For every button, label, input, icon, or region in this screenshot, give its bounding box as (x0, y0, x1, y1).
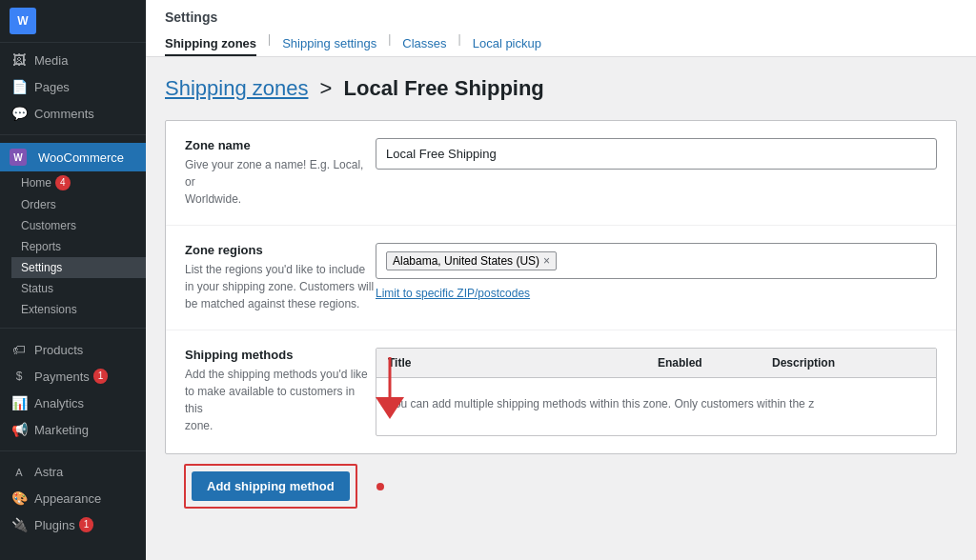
extensions-label: Extensions (21, 303, 77, 316)
plugins-icon: 🔌 (10, 517, 29, 532)
sidebar-item-products[interactable]: 🏷 Products (0, 336, 146, 363)
shipping-methods-desc: Add the shipping methods you'd like to m… (185, 366, 376, 434)
shipping-methods-row: Shipping methods Add the shipping method… (166, 330, 956, 453)
region-tag-label: Alabama, United States (US) (393, 254, 539, 268)
sidebar: W 🖼 Media 📄 Pages 💬 Comments W WooCommer… (0, 0, 146, 560)
zone-name-label-col: Zone name Give your zone a name! E.g. Lo… (185, 138, 376, 208)
home-label: Home (21, 176, 51, 190)
breadcrumb: Shipping zones > Local Free Shipping (165, 76, 957, 101)
appearance-label: Appearance (34, 491, 101, 506)
sidebar-item-label: Pages (34, 80, 70, 94)
zone-regions-row: Zone regions List the regions you'd like… (166, 226, 956, 330)
plugins-label: Plugins (34, 518, 75, 532)
sidebar-item-analytics[interactable]: 📊 Analytics (0, 390, 146, 416)
sidebar-item-plugins[interactable]: 🔌 Plugins 1 (0, 511, 146, 538)
sidebar-item-status[interactable]: Status (11, 278, 146, 299)
woo-icon: W (10, 149, 27, 166)
methods-table: Title Enabled Description You can add mu… (376, 348, 937, 436)
sidebar-section-appearance: A Astra 🎨 Appearance 🔌 Plugins 1 (0, 455, 146, 542)
comments-icon: 💬 (10, 106, 29, 121)
zone-name-input[interactable] (376, 138, 937, 170)
region-tag: Alabama, United States (US) × (386, 251, 557, 270)
arrow-annotation (366, 357, 414, 427)
sidebar-item-extensions[interactable]: Extensions (11, 299, 146, 320)
sidebar-sub-woo: Home 4 Orders Customers Reports Settings… (0, 171, 146, 320)
content-area: Shipping zones > Local Free Shipping Zon… (146, 57, 976, 560)
sidebar-item-pages[interactable]: 📄 Pages (0, 73, 146, 100)
tab-local-pickup[interactable]: Local pickup (473, 32, 541, 56)
sidebar-item-label: WooCommerce (38, 150, 124, 165)
orders-label: Orders (21, 198, 56, 211)
marketing-label: Marketing (34, 423, 89, 437)
add-method-area: Add shipping method (165, 454, 957, 528)
wp-logo: W (10, 8, 36, 34)
pages-icon: 📄 (10, 79, 29, 94)
svg-marker-1 (376, 397, 404, 419)
reports-label: Reports (21, 240, 61, 253)
settings-page-title: Settings (165, 10, 957, 25)
media-icon: 🖼 (10, 52, 29, 68)
sidebar-item-home[interactable]: Home 4 (11, 171, 146, 194)
payments-icon: $ (10, 370, 29, 383)
sidebar-item-orders[interactable]: Orders (11, 194, 146, 215)
sidebar-item-comments[interactable]: 💬 Comments (0, 100, 146, 127)
settings-label: Settings (21, 261, 62, 274)
appearance-icon: 🎨 (10, 490, 29, 506)
methods-table-header: Title Enabled Description (376, 349, 936, 378)
shipping-methods-label-col: Shipping methods Add the shipping method… (185, 348, 376, 434)
col-enabled: Enabled (658, 356, 772, 370)
tab-classes[interactable]: Classes (402, 32, 446, 56)
analytics-label: Analytics (34, 396, 84, 410)
settings-tabs: Shipping zones | Shipping settings | Cla… (165, 32, 957, 56)
col-title: Title (388, 356, 658, 370)
sidebar-item-astra[interactable]: A Astra (0, 459, 146, 485)
astra-icon: A (10, 467, 29, 478)
add-method-btn-wrapper: Add shipping method (184, 464, 357, 509)
payments-badge: 1 (93, 369, 109, 384)
sidebar-item-marketing[interactable]: 📢 Marketing (0, 416, 146, 443)
sidebar-section-products: 🏷 Products $ Payments 1 📊 Analytics 📢 Ma… (0, 332, 146, 447)
customers-label: Customers (21, 219, 76, 232)
sidebar-item-payments[interactable]: $ Payments 1 (0, 363, 146, 390)
sidebar-section-woo: W WooCommerce Home 4 Orders Customers Re… (0, 139, 146, 324)
zone-name-label: Zone name (185, 138, 376, 152)
zone-regions-control: Alabama, United States (US) × Limit to s… (376, 243, 937, 300)
zone-name-desc: Give your zone a name! E.g. Local, or Wo… (185, 156, 376, 208)
col-description: Description (772, 356, 925, 370)
zip-link[interactable]: Limit to specific ZIP/postcodes (376, 287, 937, 300)
analytics-icon: 📊 (10, 395, 29, 410)
methods-table-container: Title Enabled Description You can add mu… (376, 348, 937, 436)
sidebar-item-reports[interactable]: Reports (11, 236, 146, 257)
red-dot-decoration (376, 483, 384, 490)
tab-shipping-zones[interactable]: Shipping zones (165, 32, 256, 56)
zone-regions-box[interactable]: Alabama, United States (US) × (376, 243, 937, 279)
region-tag-remove[interactable]: × (543, 254, 550, 268)
sidebar-section-top: 🖼 Media 📄 Pages 💬 Comments (0, 43, 146, 130)
home-badge: 4 (55, 175, 71, 190)
empty-message: You can add multiple shipping methods wi… (388, 397, 814, 410)
sidebar-item-customers[interactable]: Customers (11, 215, 146, 236)
methods-table-body: You can add multiple shipping methods wi… (376, 378, 936, 435)
zone-regions-label: Zone regions (185, 243, 376, 257)
main-content: Settings Shipping zones | Shipping setti… (146, 0, 976, 560)
arrow-svg (366, 357, 414, 424)
sidebar-header: W (0, 0, 146, 43)
status-label: Status (21, 282, 53, 295)
breadcrumb-current: Local Free Shipping (344, 76, 544, 100)
marketing-icon: 📢 (10, 422, 29, 437)
add-shipping-method-button[interactable]: Add shipping method (192, 471, 350, 501)
products-icon: 🏷 (10, 342, 29, 357)
sidebar-item-media[interactable]: 🖼 Media (0, 47, 146, 73)
payments-label: Payments (34, 370, 90, 384)
settings-header: Settings Shipping zones | Shipping setti… (146, 0, 976, 57)
breadcrumb-link[interactable]: Shipping zones (165, 76, 308, 100)
tab-shipping-settings[interactable]: Shipping settings (282, 32, 376, 56)
sidebar-item-appearance[interactable]: 🎨 Appearance (0, 485, 146, 511)
sidebar-item-woocommerce[interactable]: W WooCommerce (0, 143, 146, 171)
sidebar-item-settings[interactable]: Settings (11, 257, 146, 278)
astra-label: Astra (34, 465, 63, 479)
sidebar-item-label: Comments (34, 107, 94, 121)
shipping-methods-label: Shipping methods (185, 348, 376, 362)
plugins-badge: 1 (79, 517, 94, 532)
zone-name-control (376, 138, 937, 170)
